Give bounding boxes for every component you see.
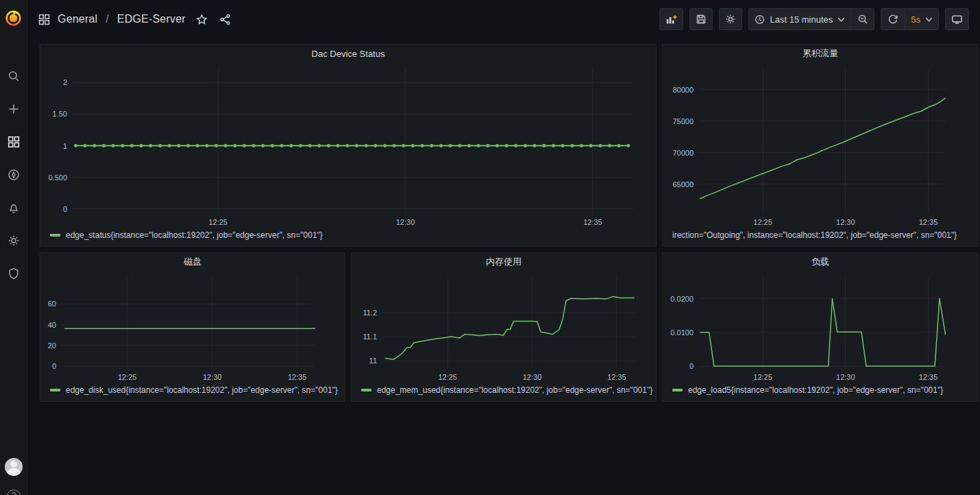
user-avatar[interactable] [5,458,23,476]
time-series-chart[interactable]: 020406012:2512:3012:35 [40,271,345,383]
sidebar-nav [5,70,22,280]
sidebar-item-create[interactable] [5,103,22,115]
clock-icon [755,14,765,25]
panel-disk: 磁盘 020406012:2512:3012:35 edge_disk_used… [40,252,345,402]
monitor-icon [951,14,963,25]
svg-text:1.50: 1.50 [53,110,67,118]
dashboards-grid-icon [8,136,20,148]
panel-header[interactable]: 磁盘 [40,253,345,271]
gear-icon [8,234,20,247]
svg-text:2: 2 [63,78,67,86]
panel-header[interactable]: 累积流量 [663,45,978,62]
dashboard-settings-button[interactable] [719,8,742,30]
panel-title: 磁盘 [184,256,201,268]
dashboard-grid-icon [38,14,50,25]
zoom-out-button[interactable] [850,9,874,29]
svg-text:20: 20 [48,341,56,350]
svg-text:12:25: 12:25 [753,373,772,381]
time-series-chart[interactable]: 6500070000750008000012:2512:3012:35 [663,62,978,228]
gear-icon [725,14,736,25]
panel-title: 累积流量 [803,47,838,60]
svg-text:65000: 65000 [672,180,694,189]
svg-text:0.0200: 0.0200 [670,295,694,303]
add-panel-button[interactable] [659,8,683,30]
svg-text:40: 40 [48,321,56,329]
legend-swatch[interactable] [50,389,60,391]
refresh-interval-button[interactable]: 5s [905,9,938,29]
time-picker-group: Last 15 minutes [748,8,874,30]
sidebar-item-explore[interactable] [5,169,22,181]
legend-swatch[interactable] [50,234,60,237]
chevron-down-icon [837,16,845,23]
dashboard-header: General / EDGE-Server [27,0,980,38]
panel-cumulative-traffic: 累积流量 6500070000750008000012:2512:3012:35… [662,44,979,247]
panel-memory-usage: 内存使用 1111.111.212:2512:3012:35 edge_mem_… [351,252,657,402]
refresh-icon [887,14,898,25]
svg-text:11.1: 11.1 [363,333,377,341]
time-series-chart[interactable]: 00.01000.020012:2512:3012:35 [663,271,978,383]
sidebar-bottom: ? [0,458,27,495]
legend-swatch[interactable] [361,389,371,391]
shield-icon [8,267,20,280]
legend-label[interactable]: edge_status{instance="localhost:19202", … [66,230,323,240]
sidebar-item-dashboards[interactable] [5,136,22,148]
svg-text:0: 0 [63,205,67,213]
refresh-group: 5s [881,8,939,30]
sidebar-item-search[interactable] [5,70,22,82]
grafana-logo[interactable] [0,4,27,32]
svg-text:12:25: 12:25 [118,373,137,381]
compass-icon [8,169,20,181]
sidebar-item-configuration[interactable] [5,234,22,247]
star-icon[interactable] [196,14,208,25]
grafana-logo-icon [4,9,23,27]
svg-text:11: 11 [369,357,377,365]
svg-text:12:30: 12:30 [836,373,855,381]
time-range-button[interactable]: Last 15 minutes [749,9,850,29]
legend-label[interactable]: edge_mem_used{instance="localhost:19202"… [377,385,652,395]
svg-text:12:25: 12:25 [753,218,772,226]
help-icon[interactable]: ? [7,490,21,495]
panel-header[interactable]: Dac Device Status [40,45,656,62]
legend-label[interactable]: edge_disk_used{instance="localhost:19202… [66,385,338,395]
svg-text:0: 0 [52,362,56,370]
plus-icon [8,103,20,115]
svg-text:12:30: 12:30 [203,373,222,381]
panel-title: 内存使用 [486,256,522,268]
svg-text:12:25: 12:25 [438,373,457,381]
panel-legend: edge_status{instance="localhost:19202", … [40,228,656,246]
svg-text:12:25: 12:25 [208,218,228,226]
panel-header[interactable]: 负载 [663,253,978,271]
panel-dac-device-status: Dac Device Status 00.50011.50212:2512:30… [40,44,657,247]
time-series-chart[interactable]: 00.50011.50212:2512:3012:35 [40,62,656,228]
svg-text:75000: 75000 [672,117,694,125]
svg-text:12:30: 12:30 [523,373,542,381]
panel-header[interactable]: 内存使用 [352,253,656,271]
svg-text:12:35: 12:35 [583,218,602,226]
svg-text:1: 1 [63,142,67,150]
time-range-label: Last 15 minutes [770,14,833,25]
add-panel-icon [665,14,677,25]
sidebar: ? [0,0,27,495]
breadcrumb-separator: / [105,13,109,25]
panel-legend: edge_disk_used{instance="localhost:19202… [40,383,345,401]
toolbar: Last 15 minutes 5s [659,8,969,30]
zoom-out-icon [857,14,868,25]
sidebar-item-server-admin[interactable] [5,267,22,280]
panel-legend: edge_mem_used{instance="localhost:19202"… [352,383,656,401]
search-icon [8,70,20,82]
save-dashboard-button[interactable] [689,8,713,30]
refresh-button[interactable] [881,9,905,29]
breadcrumb-dashboard[interactable]: EDGE-Server [117,13,186,25]
svg-text:70000: 70000 [672,149,694,157]
time-series-chart[interactable]: 1111.111.212:2512:3012:35 [352,271,656,383]
cycle-view-mode-button[interactable] [945,8,969,30]
legend-label[interactable]: irection="Outgoing", instance="localhost… [672,230,957,240]
sidebar-item-alerting[interactable] [5,202,22,214]
legend-label[interactable]: edge_load5{instance="localhost:19202", j… [688,385,943,395]
svg-text:12:35: 12:35 [919,373,938,381]
panel-title: 负载 [811,256,829,268]
breadcrumb-folder[interactable]: General [58,13,97,25]
legend-swatch[interactable] [672,389,683,391]
svg-text:12:35: 12:35 [288,373,307,381]
share-icon[interactable] [219,14,231,25]
